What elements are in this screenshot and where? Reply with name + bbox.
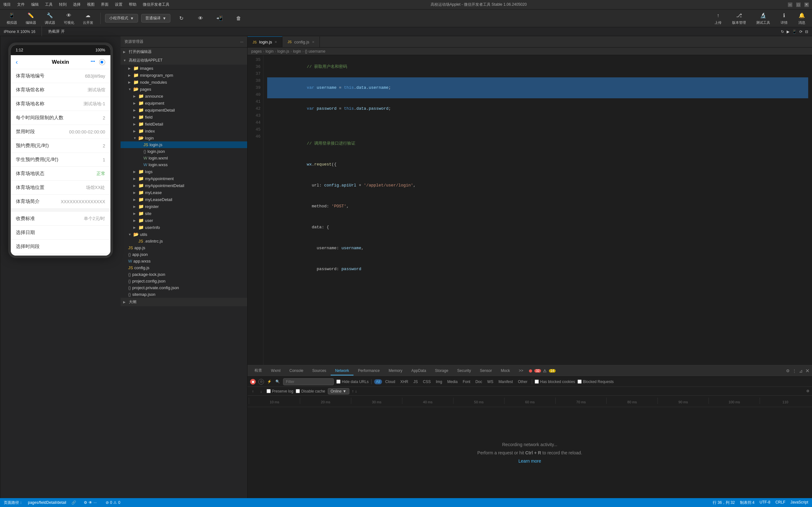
file-app-js[interactable]: JS app.js [120,244,247,251]
disable-cache-checkbox[interactable]: Disable cache [296,389,325,393]
screenshot-btn[interactable]: 热截屏 开 [48,29,64,34]
devtool-tab-storage[interactable]: Storage [430,367,453,376]
editor-btn[interactable]: ✏️ 编辑器 [23,10,39,26]
type-ws[interactable]: WS [486,379,495,384]
devtool-tab-wxml[interactable]: Wxml [266,367,285,376]
folder-node-modules[interactable]: ▶ 📁 node_modules [120,79,247,86]
code-content[interactable]: 35 36 37 38 39 40 41 42 43 44 45 46 // 获… [248,55,812,365]
sidebar-more-icon[interactable]: ··· [240,40,243,44]
type-cloud[interactable]: Cloud [383,379,397,384]
folder-site[interactable]: ▶ 📁 site [120,210,247,217]
devtool-tab-inspect[interactable]: 检查 [250,366,266,376]
file-app-wxss[interactable]: W app.wxss [120,258,247,265]
disable-cache-check[interactable] [296,389,300,393]
folder-my-appointment[interactable]: ▶ 📁 myAppointment [120,175,247,182]
sim-phone-icon[interactable]: 📱 [792,30,797,34]
folder-utils[interactable]: ▼ 📂 utils [120,231,247,238]
folder-my-lease-detail[interactable]: ▶ 📁 myLeaseDetail [120,196,247,203]
folder-field-detail[interactable]: ▶ 📁 fieldDetail [120,120,247,127]
folder-images[interactable]: ▶ 📁 images [120,65,247,72]
sim-split-icon[interactable]: ⊟ [805,30,808,34]
status-eye-icon[interactable]: 👁 [89,500,92,505]
preview-btn[interactable]: 👁 [193,13,208,23]
cloud-btn[interactable]: ☁ 云开发 [80,10,96,26]
devtool-tab-performance[interactable]: Performance [353,367,384,376]
menu-item-interface[interactable]: 界面 [101,2,108,7]
version-mgmt-btn[interactable]: ⎇ 版本管理 [729,10,749,26]
messages-btn[interactable]: 🔔 消息 [796,10,808,26]
tab-config-js[interactable]: JS config.js ✕ [283,37,320,47]
blocked-requests-checkbox[interactable]: Blocked Requests [577,380,614,384]
menu-item-select[interactable]: 选择 [73,2,81,7]
folder-user[interactable]: ▶ 📁 user [120,217,247,224]
folder-register[interactable]: ▶ 📁 register [120,203,247,210]
file-package-lock[interactable]: {} package-lock.json [120,271,247,278]
menu-item-help[interactable]: 帮助 [129,2,137,7]
devtool-tab-memory[interactable]: Memory [384,367,407,376]
mode-selector[interactable]: 小程序模式 ▼ [105,14,138,22]
network-filter-btn[interactable]: ⚡ [266,379,272,385]
folder-miniprogram-npm[interactable]: ▶ 📁 miniprogram_npm [120,72,247,79]
section-applet[interactable]: ▼ 高校运动场APPLET [120,56,247,65]
menu-item-settings[interactable]: 设置 [115,2,122,7]
status-language[interactable]: JavaScript [791,500,808,505]
hide-data-urls-check[interactable] [336,380,341,384]
tab-login-js[interactable]: JS login.js ✕ [248,37,283,47]
file-login-js[interactable]: JS login.js [120,142,247,148]
form2-item-2[interactable]: 选择时间段 [11,240,110,253]
online-selector[interactable]: Online ▼ [328,388,349,394]
details-btn[interactable]: ℹ 详情 [778,10,791,26]
real-device-btn[interactable]: 📲 [212,13,227,23]
blocked-requests-check[interactable] [577,380,581,384]
folder-index[interactable]: ▶ 📁 index [120,127,247,134]
phone-back-button[interactable]: ‹ [16,58,18,66]
file-config-js[interactable]: JS config.js [120,265,247,271]
status-more-icon[interactable]: ··· [94,500,97,505]
type-img[interactable]: Img [434,379,444,384]
breadcrumb-username[interactable]: {} username [305,49,325,54]
network-action-1[interactable]: ↑ [352,389,354,393]
code-lines[interactable]: // 获取用户名和密码 var username = this.data.use… [263,55,812,365]
learn-more-link[interactable]: Learn more [518,458,541,463]
file-app-json[interactable]: {} app.json [120,251,247,258]
compile-selector[interactable]: 普通编译 ▼ [141,14,170,22]
network-action-2[interactable]: ↓ [355,389,357,393]
devtools-close-icon[interactable]: ✕ [805,368,809,374]
folder-field[interactable]: ▶ 📁 field [120,114,247,120]
devtool-tab-console[interactable]: Console [285,367,308,376]
sim-rotate-icon[interactable]: ⟳ [799,30,803,34]
devtool-tab-more[interactable]: >> [514,367,528,376]
menu-item-tools[interactable]: 工具 [45,2,53,7]
devtool-tab-appdata[interactable]: AppData [407,367,430,376]
devtool-tab-security[interactable]: Security [453,367,475,376]
breadcrumb-loginjs[interactable]: login.js [277,49,289,54]
has-blocked-cookies-checkbox[interactable]: Has blocked cookies [535,380,575,384]
menu-item-view[interactable]: 视图 [87,2,95,7]
file-project-config[interactable]: {} project.config.json [120,278,247,284]
section-open-editors[interactable]: ▶ 打开的编辑器 [120,48,247,56]
visualize-btn[interactable]: 👁 可视化 [61,10,77,26]
breadcrumb-login2[interactable]: login [293,49,301,54]
section-outline[interactable]: ▶ 大纲 [120,298,247,306]
devtool-tab-network[interactable]: Network [331,367,353,376]
breadcrumb-login[interactable]: login [266,49,273,54]
test-btn[interactable]: 🔬 测试工具 [754,10,773,26]
preserve-log-checkbox[interactable]: Preserve log [266,389,293,393]
status-settings-icon[interactable]: ⚙ [84,500,87,505]
preserve-log-check[interactable] [266,389,271,393]
folder-pages[interactable]: ▼ 📂 pages [120,86,247,93]
type-font[interactable]: Font [461,379,472,384]
type-xhr[interactable]: XHR [398,379,410,384]
hide-data-urls-checkbox[interactable]: Hide data URLs [336,380,369,384]
form2-item-1[interactable]: 选择日期 [11,226,110,240]
devtools-settings-icon[interactable]: ⚙ [786,369,790,373]
breadcrumb-pages[interactable]: pages [251,49,262,54]
network-gear-icon[interactable]: ⚙ [806,389,809,393]
network-export-btn[interactable]: ↓ [258,388,264,394]
file-login-json[interactable]: {} login.json [120,148,247,155]
devtools-expand-icon[interactable]: ⊿ [799,369,803,374]
debugger-btn[interactable]: 🔧 调试器 [42,10,58,26]
network-record-btn[interactable]: ⏺ [250,379,256,385]
simulator-btn[interactable]: 📱 模拟器 [4,10,20,26]
type-other[interactable]: Other [516,379,529,384]
